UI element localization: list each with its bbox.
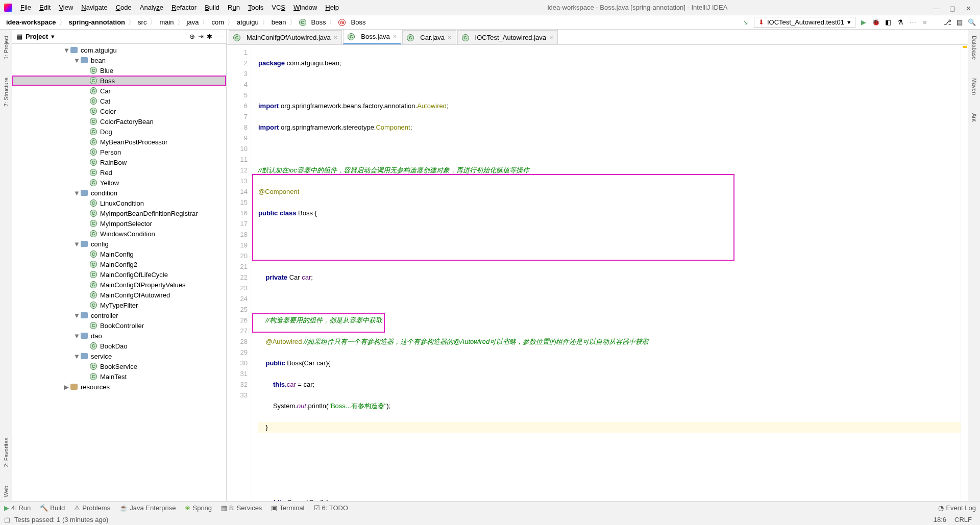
build-icon[interactable]: ↘ bbox=[742, 18, 750, 27]
tree-class[interactable]: CBookController bbox=[12, 320, 226, 331]
project-view-icon[interactable]: ▤ bbox=[16, 33, 22, 40]
tree-class[interactable]: CCat bbox=[12, 96, 226, 106]
coverage-button[interactable]: ◧ bbox=[884, 18, 892, 27]
tool-todo[interactable]: ☑6: TODO bbox=[314, 504, 349, 512]
tree-class[interactable]: CColorFactoryBean bbox=[12, 116, 226, 127]
tree-class[interactable]: CColor bbox=[12, 106, 226, 116]
menu-code[interactable]: Code bbox=[113, 3, 135, 12]
tree-class[interactable]: CMyImportBeanDefinitionRegistrar bbox=[12, 208, 226, 218]
editor-tab-active[interactable]: CBoss.java× bbox=[343, 29, 401, 44]
tree-package[interactable]: ▼config bbox=[12, 239, 226, 249]
breadcrumb[interactable]: spring-annotation bbox=[67, 18, 128, 26]
close-tab-icon[interactable]: × bbox=[549, 34, 553, 41]
tree-class[interactable]: CYellow bbox=[12, 178, 226, 188]
tree-class[interactable]: CMainConfig2 bbox=[12, 259, 226, 269]
tree-folder[interactable]: ▶resources bbox=[12, 382, 226, 392]
tree-class[interactable]: CBookDao bbox=[12, 341, 226, 351]
tool-java-enterprise[interactable]: ☕Java Enterprise bbox=[119, 504, 176, 512]
line-ending[interactable]: CRLF bbox=[950, 516, 976, 523]
tree-package[interactable]: ▼com.atguigu bbox=[12, 45, 226, 55]
tree-package[interactable]: ▼service bbox=[12, 351, 226, 361]
attach-button[interactable]: ⋯ bbox=[909, 18, 917, 27]
run-config-selector[interactable]: ⬇ IOCTest_Autowired.test01 ▾ bbox=[754, 17, 855, 28]
tool-run[interactable]: ▶4: Run bbox=[4, 504, 31, 512]
tool-terminal[interactable]: ▣Terminal bbox=[271, 504, 304, 512]
breadcrumb[interactable]: java bbox=[185, 18, 201, 26]
tree-class[interactable]: CMainConifgOfAutowired bbox=[12, 290, 226, 300]
editor-tab[interactable]: CIOCTest_Autowired.java× bbox=[457, 30, 558, 44]
minimize-icon[interactable]: — bbox=[933, 5, 939, 11]
settings-icon[interactable]: ✱ bbox=[207, 33, 212, 40]
close-icon[interactable]: ✕ bbox=[966, 5, 972, 11]
menu-navigate[interactable]: Navigate bbox=[78, 3, 110, 12]
run-button[interactable]: ▶ bbox=[860, 18, 868, 27]
profile-button[interactable]: ⚗ bbox=[896, 18, 904, 27]
tab-web[interactable]: Web bbox=[2, 482, 10, 501]
menu-edit[interactable]: Edit bbox=[36, 3, 54, 12]
chevron-down-icon[interactable]: ▾ bbox=[51, 33, 55, 40]
close-tab-icon[interactable]: × bbox=[448, 34, 452, 41]
collapse-icon[interactable]: ⇥ bbox=[198, 33, 204, 40]
menu-build[interactable]: Build bbox=[202, 3, 223, 12]
tree-class[interactable]: CBookService bbox=[12, 361, 226, 371]
tool-spring[interactable]: ❀Spring bbox=[185, 504, 212, 512]
locate-icon[interactable]: ⊕ bbox=[189, 33, 195, 40]
editor-tab[interactable]: CCar.java× bbox=[402, 30, 456, 44]
tree-class[interactable]: CCar bbox=[12, 86, 226, 96]
tab-structure[interactable]: 7: Structure bbox=[2, 73, 10, 111]
tab-maven[interactable]: Maven bbox=[970, 74, 978, 99]
tree-package[interactable]: ▼controller bbox=[12, 310, 226, 320]
tab-project[interactable]: 1: Project bbox=[2, 32, 10, 63]
breadcrumb[interactable]: idea-workspace bbox=[4, 18, 58, 26]
tree-class[interactable]: CMainConfigOfPropertyValues bbox=[12, 280, 226, 290]
tree-class[interactable]: CRainBow bbox=[12, 157, 226, 167]
tree-class[interactable]: CMainConfigOfLifeCycle bbox=[12, 269, 226, 280]
tree-class[interactable]: CRed bbox=[12, 167, 226, 178]
search-icon[interactable]: 🔍 bbox=[968, 18, 976, 27]
tree-package[interactable]: ▼condition bbox=[12, 188, 226, 198]
tree-class[interactable]: CBlue bbox=[12, 65, 226, 76]
tree-package[interactable]: ▼bean bbox=[12, 55, 226, 65]
maximize-icon[interactable]: ▢ bbox=[949, 5, 955, 11]
menu-view[interactable]: View bbox=[56, 3, 76, 12]
menu-analyze[interactable]: Analyze bbox=[137, 3, 166, 12]
status-icon[interactable]: ▢ bbox=[4, 516, 10, 523]
tree-class[interactable]: CLinuxCondition bbox=[12, 198, 226, 208]
tree-class[interactable]: CMyBeanPostProcessor bbox=[12, 137, 226, 147]
tool-event-log[interactable]: ◔Event Log bbox=[938, 504, 976, 512]
tool-problems[interactable]: ⚠Problems bbox=[74, 504, 110, 512]
breadcrumb[interactable]: com bbox=[209, 18, 226, 26]
tree-class[interactable]: CPerson bbox=[12, 147, 226, 157]
menu-file[interactable]: File bbox=[17, 3, 34, 12]
tab-favorites[interactable]: 2: Favorites bbox=[2, 434, 10, 471]
tab-ant[interactable]: Ant bbox=[970, 109, 978, 126]
breadcrumb[interactable]: mBoss bbox=[336, 18, 368, 26]
editor-tab[interactable]: CMainConifgOfAutowired.java× bbox=[229, 30, 342, 44]
tool-services[interactable]: ▦8: Services bbox=[221, 504, 262, 512]
structure-icon[interactable]: ▤ bbox=[955, 18, 964, 27]
breadcrumb[interactable]: atguigu bbox=[235, 18, 261, 26]
breadcrumb[interactable]: main bbox=[157, 18, 176, 26]
tree-package[interactable]: ▼dao bbox=[12, 331, 226, 341]
menu-tools[interactable]: Tools bbox=[245, 3, 266, 12]
tool-build[interactable]: 🔨Build bbox=[40, 504, 65, 512]
menu-vcs[interactable]: VCS bbox=[268, 3, 288, 12]
tree-class[interactable]: CMainConfig bbox=[12, 249, 226, 259]
code-content[interactable]: package com.atguigu.bean; import org.spr… bbox=[252, 45, 961, 501]
tree-class[interactable]: CMyTypeFilter bbox=[12, 300, 226, 310]
menu-refactor[interactable]: Refactor bbox=[168, 3, 200, 12]
tree-class[interactable]: CMyImportSelector bbox=[12, 218, 226, 229]
tree-class[interactable]: CDog bbox=[12, 127, 226, 137]
menu-window[interactable]: Window bbox=[290, 3, 320, 12]
tree-class-selected[interactable]: CBoss bbox=[12, 76, 226, 86]
breadcrumb[interactable]: src bbox=[136, 18, 149, 26]
tree-class[interactable]: CWindowsCondition bbox=[12, 229, 226, 239]
breadcrumb[interactable]: CBoss bbox=[297, 18, 328, 26]
tree-class[interactable]: CMainTest bbox=[12, 371, 226, 382]
error-stripe[interactable] bbox=[961, 45, 968, 501]
vcs-icon[interactable]: ⎇ bbox=[943, 18, 951, 27]
project-tree[interactable]: ▼com.atguigu ▼bean CBlue CBoss CCar CCat… bbox=[12, 44, 226, 501]
close-tab-icon[interactable]: × bbox=[334, 34, 338, 41]
menu-run[interactable]: Run bbox=[225, 3, 243, 12]
breadcrumb[interactable]: bean bbox=[270, 18, 288, 26]
